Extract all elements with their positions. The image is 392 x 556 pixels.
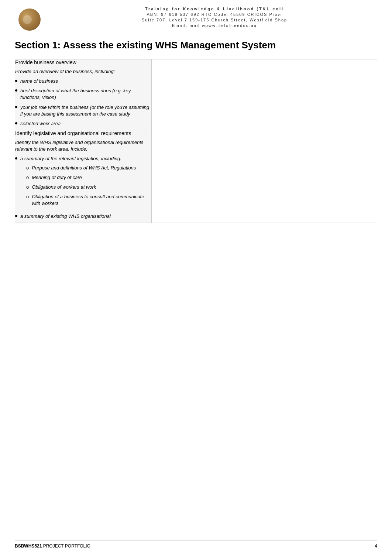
row1-bullet-list: name of business brief description of wh… — [15, 78, 151, 127]
footer-code: BSBWHS521 PROJECT PORTFOLIO — [15, 543, 90, 549]
header-section: Training for Knowledge & Livelihood (TKL… — [0, 0, 392, 36]
footer-code-text: BSBWHS521 — [15, 543, 42, 549]
left-cell-2: Identify legislative and organisational … — [15, 130, 152, 223]
list-item: name of business — [15, 78, 151, 85]
bullet-text: name of business — [20, 78, 58, 85]
table-row-2: Identify legislative and organisational … — [15, 130, 377, 223]
bullet-text: selected work area — [20, 120, 61, 127]
list-item: your job role within the business (or th… — [15, 104, 151, 117]
bullet-dot — [15, 89, 17, 92]
row1-header: Provide business overview — [15, 59, 151, 65]
list-item: o Obligations of workers at work — [26, 184, 151, 191]
section-title-block: Section 1: Assess the existing WHS Manag… — [0, 36, 392, 59]
section-title: Section 1: Assess the existing WHS Manag… — [15, 39, 377, 52]
bullet-text: a summary of existing WHS organisational — [20, 213, 111, 220]
sub-bullet-text: Obligations of workers at work — [32, 184, 96, 191]
list-item: selected work area — [15, 120, 151, 127]
row2-intro: Identify the WHS legislative and organis… — [15, 139, 151, 152]
page-footer: BSBWHS521 PROJECT PORTFOLIO 4 — [15, 540, 377, 549]
bullet-dot — [15, 80, 17, 82]
header-line4: Email: mail wpww.ttelclt.eeddu.au — [52, 23, 377, 28]
list-item: o Meaning of duty of care — [26, 174, 151, 181]
logo-area — [15, 7, 44, 32]
sub-bullet-text: Obligation of a business to consult and … — [32, 193, 151, 207]
sub-list-legislation: o Purpose and definitions of WHS Act, Re… — [26, 165, 151, 207]
list-item: o Purpose and definitions of WHS Act, Re… — [26, 165, 151, 171]
list-item: a summary of the relevant legislation, i… — [15, 155, 151, 210]
content-table-wrapper: Provide business overview Provide an ove… — [0, 59, 392, 223]
header-line3: Suite 707, Level 7 159-175 Church Street… — [52, 18, 377, 22]
list-item: o Obligation of a business to consult an… — [26, 193, 151, 207]
bullet-dot — [15, 157, 17, 159]
header-line1: Training for Knowledge & Livelihood (TKL… — [52, 7, 377, 11]
row1-intro: Provide an overview of the business, inc… — [15, 68, 151, 75]
bullet-text: brief description of what the business d… — [20, 87, 151, 101]
sub-bullet-text: Meaning of duty of care — [32, 174, 82, 181]
left-cell-1: Provide business overview Provide an ove… — [15, 59, 152, 130]
table-row-1: Provide business overview Provide an ove… — [15, 59, 377, 130]
right-cell-1[interactable] — [152, 59, 377, 130]
list-item: brief description of what the business d… — [15, 87, 151, 101]
sub-bullet-o: o — [26, 174, 29, 181]
bullet-dot — [15, 215, 17, 217]
footer-label: PROJECT PORTFOLIO — [42, 543, 90, 549]
main-table: Provide business overview Provide an ove… — [15, 59, 377, 223]
sub-bullet-text: Purpose and definitions of WHS Act, Regu… — [32, 165, 136, 171]
footer-page-number: 4 — [375, 543, 377, 549]
bullet-dot — [15, 106, 17, 108]
bullet-text: a summary of the relevant legislation, i… — [20, 155, 151, 210]
logo-icon — [18, 8, 41, 31]
row2-header: Identify legislative and organisational … — [15, 130, 151, 136]
bullet-text: your job role within the business (or th… — [20, 104, 151, 117]
sub-bullet-o: o — [26, 184, 29, 191]
right-cell-2[interactable] — [152, 130, 377, 223]
sub-bullet-o: o — [26, 165, 29, 171]
list-item: a summary of existing WHS organisational — [15, 213, 151, 220]
header-line2: ABN: 97 619 537 692 RTO Code: 45509 CRIC… — [52, 12, 377, 17]
page-container: Training for Knowledge & Livelihood (TKL… — [0, 0, 392, 556]
sub-bullet-o: o — [26, 193, 29, 200]
bullet-dot — [15, 122, 17, 124]
header-text-block: Training for Knowledge & Livelihood (TKL… — [52, 7, 377, 28]
row2-bullet-list: a summary of the relevant legislation, i… — [15, 155, 151, 219]
